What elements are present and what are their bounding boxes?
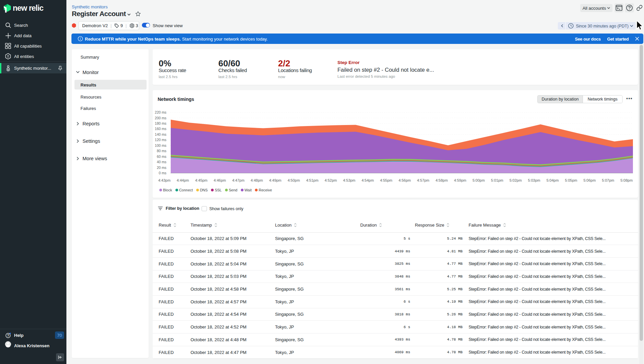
svg-text:4:45pm: 4:45pm [195, 178, 208, 182]
svg-text:20 ms: 20 ms [157, 166, 166, 170]
svg-text:4:50pm: 4:50pm [287, 178, 300, 182]
svg-text:200 ms: 200 ms [155, 116, 166, 120]
svg-text:4:47pm: 4:47pm [232, 178, 245, 182]
svg-text:5:08pm: 5:08pm [621, 178, 633, 182]
svg-text:4:48pm: 4:48pm [251, 178, 263, 182]
svg-text:5:02pm: 5:02pm [509, 178, 522, 182]
svg-text:160 ms: 160 ms [155, 127, 166, 131]
svg-text:4:49pm: 4:49pm [269, 178, 281, 182]
svg-text:5:01pm: 5:01pm [491, 178, 503, 182]
svg-text:4:59pm: 4:59pm [454, 178, 467, 182]
svg-text:5:00pm: 5:00pm [473, 178, 485, 182]
svg-text:4:43pm: 4:43pm [158, 178, 171, 182]
svg-text:40 ms: 40 ms [157, 160, 166, 164]
svg-text:4:53pm: 4:53pm [343, 178, 356, 182]
svg-text:120 ms: 120 ms [155, 138, 166, 142]
svg-text:100 ms: 100 ms [155, 143, 166, 147]
svg-text:220 ms: 220 ms [155, 110, 166, 114]
svg-text:5:04pm: 5:04pm [546, 178, 559, 182]
svg-text:4:46pm: 4:46pm [214, 178, 226, 182]
svg-text:4:58pm: 4:58pm [435, 178, 448, 182]
svg-text:0 ms: 0 ms [159, 171, 166, 175]
svg-text:5:07pm: 5:07pm [602, 178, 614, 182]
svg-text:?: ? [7, 333, 9, 337]
svg-text:5:03pm: 5:03pm [528, 178, 540, 182]
svg-text:180 ms: 180 ms [155, 121, 166, 125]
svg-text:4:55pm: 4:55pm [380, 178, 392, 182]
svg-text:4:57pm: 4:57pm [417, 178, 429, 182]
svg-text:4:44pm: 4:44pm [177, 178, 189, 182]
svg-text:5:06pm: 5:06pm [583, 178, 596, 182]
svg-text:5:05pm: 5:05pm [565, 178, 577, 182]
svg-text:140 ms: 140 ms [155, 132, 166, 136]
svg-text:4:51pm: 4:51pm [306, 178, 319, 182]
svg-text:4:52pm: 4:52pm [325, 178, 337, 182]
svg-text:4:54pm: 4:54pm [362, 178, 374, 182]
svg-text:80 ms: 80 ms [157, 149, 166, 153]
svg-text:60 ms: 60 ms [157, 155, 166, 159]
svg-text:4:56pm: 4:56pm [398, 178, 411, 182]
